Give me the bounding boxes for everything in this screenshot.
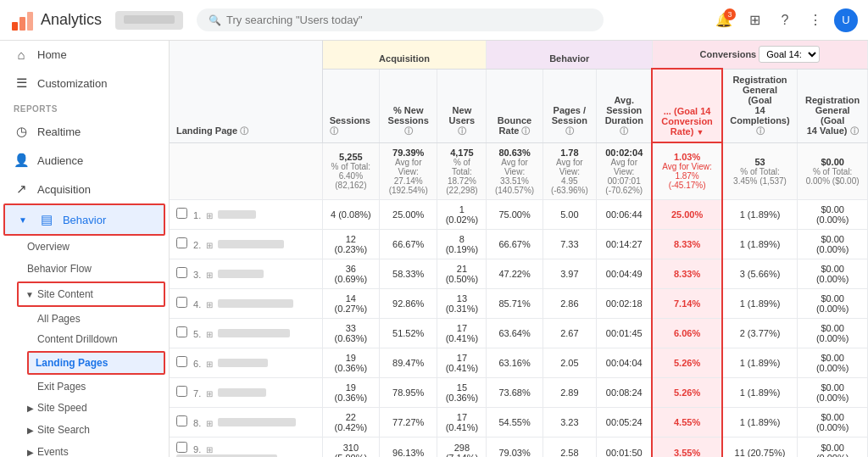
table-row: 5. ⊞ 33 (0.63%) 51.52% 17 (0.41%) 63.64%…: [170, 318, 868, 348]
value-info[interactable]: ⓘ: [850, 126, 859, 136]
sidebar-item-landing-pages[interactable]: Landing Pages: [29, 353, 164, 373]
row-landing-page: 8. ⊞: [170, 407, 322, 437]
row-bounce: 85.71%: [487, 288, 542, 318]
row-value: $0.00 (0.00%): [798, 348, 868, 377]
summary-conversion: 1.03% Avg for View: 1.87% (-45.17%): [652, 142, 721, 199]
summary-completions: 53 % of Total: 3.45% (1,537): [722, 142, 798, 199]
search-input[interactable]: [226, 14, 592, 26]
bounce-info[interactable]: ⓘ: [521, 126, 530, 136]
completions-info[interactable]: ⓘ: [756, 126, 765, 136]
row-value: $0.00 (0.00%): [798, 318, 868, 348]
search-bar[interactable]: 🔍: [197, 8, 604, 31]
pages-info[interactable]: ⓘ: [565, 126, 574, 136]
sidebar-item-behavior-flow[interactable]: Behavior Flow: [0, 258, 169, 280]
account-selector[interactable]: [115, 11, 183, 30]
main-layout: ⌂ Home ☰ Customization REPORTS ◷ Realtim…: [0, 41, 868, 457]
row-landing-page: 6. ⊞: [170, 348, 322, 377]
value-header: RegistrationGeneral (Goal14 Value) ⓘ: [798, 69, 868, 142]
sidebar-item-content-drilldown[interactable]: Content Drilldown: [0, 329, 169, 349]
apps-button[interactable]: ⊞: [743, 8, 766, 32]
row-checkbox[interactable]: [176, 267, 187, 278]
table-wrapper: Landing Page ⓘ Acquisition Behavior Conv…: [170, 41, 868, 457]
page-url-blurred: [218, 270, 264, 278]
behavior-highlight-box: ▼ ▤ Behavior: [3, 203, 165, 236]
row-bounce: 47.22%: [487, 259, 542, 288]
row-landing-page: 9. ⊞: [170, 437, 322, 457]
sidebar-item-realtime[interactable]: ◷ Realtime: [0, 117, 169, 146]
row-checkbox[interactable]: [176, 237, 187, 248]
sessions-info[interactable]: ⓘ: [330, 126, 338, 136]
sidebar-item-home[interactable]: ⌂ Home: [0, 41, 169, 69]
row-sessions: 19 (0.36%): [322, 377, 379, 407]
sidebar-item-events[interactable]: ▶ Events: [0, 441, 169, 457]
row-bounce: 79.03%: [487, 437, 542, 457]
avatar[interactable]: U: [834, 8, 858, 32]
sidebar-item-all-pages[interactable]: All Pages: [0, 309, 169, 329]
sidebar-item-exit-pages[interactable]: Exit Pages: [0, 376, 169, 397]
sidebar-item-overview[interactable]: Overview: [0, 236, 169, 258]
site-speed-chevron: ▶: [27, 404, 34, 413]
table-row: 2. ⊞ 12 (0.23%) 66.67% 8 (0.19%) 66.67% …: [170, 229, 868, 259]
page-url-blurred: [218, 329, 289, 337]
link-icon: ⊞: [206, 300, 213, 309]
row-value: $0.00 (0.00%): [798, 377, 868, 407]
summary-row: 5,255 % of Total: 6.40% (82,162) 79.39% …: [170, 142, 868, 199]
goal-selector[interactable]: Goal 14:: [759, 46, 820, 63]
content-drilldown-label: Content Drilldown: [37, 333, 118, 345]
more-button[interactable]: ⋮: [804, 8, 827, 32]
sidebar-home-label: Home: [37, 48, 67, 61]
row-number: 3.: [193, 270, 201, 280]
row-conversion: 5.26%: [652, 377, 721, 407]
sidebar-item-customization[interactable]: ☰ Customization: [0, 69, 169, 98]
row-duration: 00:01:50: [597, 437, 653, 457]
row-completions: 11 (20.75%): [722, 437, 798, 457]
sidebar-item-acquisition[interactable]: ↗ Acquisition: [0, 175, 169, 203]
row-checkbox[interactable]: [176, 326, 187, 337]
row-checkbox[interactable]: [176, 208, 187, 219]
sidebar-item-audience[interactable]: 👤 Audience: [0, 146, 169, 175]
events-chevron: ▶: [27, 448, 34, 457]
overview-label: Overview: [27, 241, 70, 253]
row-checkbox[interactable]: [176, 415, 187, 426]
summary-duration: 00:02:04 Avg for View: 00:07:01 (-70.62%…: [597, 142, 653, 199]
conversions-group-header: Conversions Goal 14:: [652, 41, 867, 69]
row-bounce: 54.55%: [487, 407, 542, 437]
row-conversion: 6.06%: [652, 318, 721, 348]
svg-rect-2: [27, 12, 33, 31]
pct-new-info[interactable]: ⓘ: [404, 126, 413, 136]
conversion-sort[interactable]: ▼: [696, 128, 704, 137]
summary-sessions: 5,255 % of Total: 6.40% (82,162): [322, 142, 379, 199]
row-duration: 00:04:49: [597, 259, 653, 288]
notification-button[interactable]: 🔔 3: [712, 8, 736, 32]
link-icon: ⊞: [206, 211, 213, 220]
svg-rect-1: [19, 17, 25, 31]
behavior-chevron: ▼: [19, 215, 27, 225]
notification-badge: 3: [724, 8, 736, 20]
row-checkbox[interactable]: [176, 386, 187, 397]
summary-value: $0.00 % of Total: 0.00% ($0.00): [798, 142, 868, 199]
row-checkbox[interactable]: [176, 356, 187, 367]
row-pct-new: 78.95%: [380, 377, 437, 407]
row-checkbox[interactable]: [176, 442, 187, 453]
help-button[interactable]: ?: [773, 8, 797, 32]
sidebar-item-site-content[interactable]: ▼ Site Content: [19, 283, 164, 305]
sidebar-item-site-search[interactable]: ▶ Site Search: [0, 419, 169, 441]
behavior-group-header: Behavior: [487, 41, 652, 69]
site-search-chevron: ▶: [27, 426, 34, 435]
landing-page-info[interactable]: ⓘ: [240, 126, 248, 136]
duration-info[interactable]: ⓘ: [620, 126, 628, 136]
new-users-info[interactable]: ⓘ: [458, 126, 466, 136]
row-landing-page: 4. ⊞: [170, 288, 322, 318]
row-checkbox[interactable]: [176, 297, 187, 308]
row-value: $0.00 (0.00%): [798, 407, 868, 437]
row-pct-new: 66.67%: [380, 229, 437, 259]
customization-icon: ☰: [14, 75, 29, 91]
sidebar-item-behavior[interactable]: ▼ ▤ Behavior: [5, 205, 164, 234]
content-area: Landing Page ⓘ Acquisition Behavior Conv…: [170, 41, 868, 457]
realtime-icon: ◷: [14, 124, 29, 139]
sidebar-item-site-speed[interactable]: ▶ Site Speed: [0, 397, 169, 419]
row-landing-page: 3. ⊞: [170, 259, 322, 288]
row-duration: 00:02:18: [597, 288, 653, 318]
sessions-header: Sessions ⓘ: [322, 69, 379, 142]
row-pages: 7.33: [542, 229, 596, 259]
